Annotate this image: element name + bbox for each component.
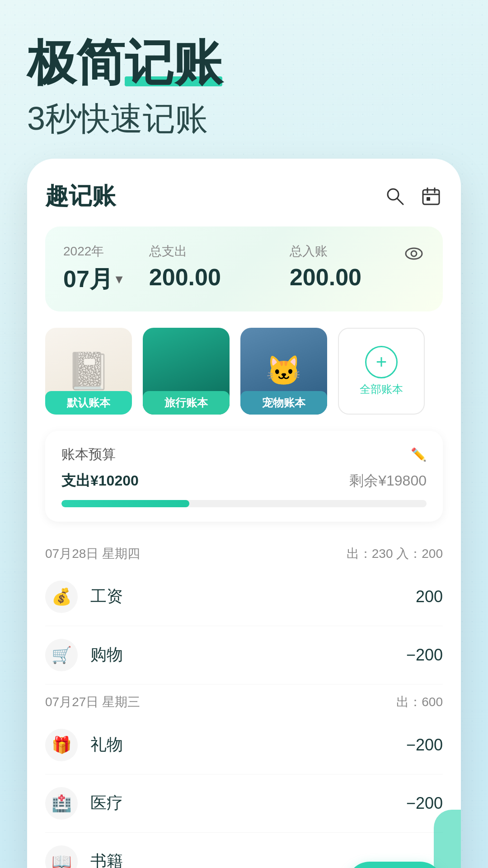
salary-icon: 💰	[45, 580, 78, 613]
svg-line-1	[397, 198, 403, 204]
budget-header: 账本预算 ✏️	[61, 445, 427, 464]
book-default[interactable]: 📓 默认账本	[45, 328, 132, 415]
total-income-value: 200.00	[290, 264, 403, 291]
eye-icon	[403, 243, 425, 264]
gift-amount: −200	[406, 736, 443, 755]
medical-amount: −200	[406, 794, 443, 813]
app-header: 趣记账	[45, 180, 443, 212]
book-pet[interactable]: 🐱 宠物账本	[240, 328, 327, 415]
svg-point-8	[411, 251, 417, 256]
month-value: 07月	[63, 264, 113, 295]
salary-name: 工资	[90, 585, 416, 608]
eye-icon-container[interactable]	[403, 243, 425, 264]
books-icon: 📖	[45, 845, 78, 868]
total-income-stat: 总入账 200.00	[290, 243, 403, 291]
transaction-section: 07月28日 星期四 出：230 入：200 💰 工资 200 🛒 购物 −20…	[45, 536, 443, 868]
budget-spent: 支出¥10200	[61, 471, 139, 491]
transaction-medical[interactable]: 🏥 医疗 −200	[45, 774, 443, 833]
year-label: 2022年	[63, 243, 122, 260]
medical-icon: 🏥	[45, 787, 78, 820]
budget-card: 账本预算 ✏️ 支出¥10200 剩余¥19800	[45, 431, 443, 522]
add-book-label: 全部账本	[360, 382, 403, 396]
shopping-name: 购物	[90, 644, 406, 666]
svg-rect-2	[423, 190, 439, 204]
app-title: 趣记账	[45, 180, 116, 212]
svg-point-7	[406, 248, 422, 259]
svg-rect-6	[427, 197, 430, 201]
date-label-2: 07月27日 星期三	[45, 693, 140, 711]
book-pet-label: 宠物账本	[240, 391, 327, 415]
stat-date: 2022年 07月 ▾	[63, 243, 122, 295]
hero-title-part1: 极简	[27, 35, 125, 90]
book-add[interactable]: + 全部账本	[338, 328, 425, 415]
total-expense-value: 200.00	[149, 264, 263, 291]
transaction-gift[interactable]: 🎁 礼物 −200	[45, 716, 443, 774]
transaction-salary[interactable]: 💰 工资 200	[45, 568, 443, 626]
hero-section: 极简记账 3秒快速记账	[27, 36, 461, 141]
gift-icon: 🎁	[45, 729, 78, 761]
page-content: 极简记账 3秒快速记账 趣记账	[0, 0, 488, 868]
shopping-icon: 🛒	[45, 639, 78, 671]
shopping-amount: −200	[406, 646, 443, 665]
hero-subtitle: 3秒快速记账	[27, 97, 461, 141]
date-summary-2: 出：600	[396, 693, 443, 711]
book-travel[interactable]: 旅行账本	[143, 328, 230, 415]
budget-title: 账本预算	[61, 445, 116, 464]
search-icon[interactable]	[383, 184, 407, 208]
total-income-label: 总入账	[290, 243, 403, 260]
progress-bar-fill	[61, 500, 189, 507]
gift-name: 礼物	[90, 734, 406, 756]
budget-remaining: 剩余¥19800	[349, 471, 427, 491]
date-label-1: 07月28日 星期四	[45, 545, 140, 562]
progress-bar-background	[61, 500, 427, 507]
total-expense-stat: 总支出 200.00	[149, 243, 263, 291]
date-header-2: 07月27日 星期三 出：600	[45, 684, 443, 716]
account-books: 📓 默认账本 旅行账本 🐱	[45, 328, 443, 415]
stats-section: 2022年 07月 ▾ 总支出 200.00 总入账 200.00	[45, 226, 443, 311]
salary-amount: 200	[416, 587, 443, 606]
hero-title: 极简记账	[27, 36, 222, 90]
book-travel-label: 旅行账本	[143, 391, 230, 415]
budget-amounts: 支出¥10200 剩余¥19800	[61, 471, 427, 491]
total-expense-label: 总支出	[149, 243, 263, 260]
transaction-shopping[interactable]: 🛒 购物 −200	[45, 626, 443, 684]
date-header-1: 07月28日 星期四 出：230 入：200	[45, 536, 443, 568]
month-dropdown-arrow[interactable]: ▾	[116, 272, 122, 287]
medical-name: 医疗	[90, 792, 406, 814]
budget-edit-icon[interactable]: ✏️	[411, 447, 427, 462]
add-book-icon: +	[365, 346, 398, 378]
book-default-label: 默认账本	[45, 391, 132, 415]
stats-row: 2022年 07月 ▾ 总支出 200.00 总入账 200.00	[63, 243, 425, 295]
header-icons	[383, 184, 443, 208]
date-summary-1: 出：230 入：200	[347, 545, 443, 562]
phone-card: 趣记账	[27, 159, 461, 868]
teal-decoration	[434, 810, 461, 868]
hero-title-part2: 记账	[125, 35, 222, 90]
calendar-icon[interactable]	[419, 184, 443, 208]
